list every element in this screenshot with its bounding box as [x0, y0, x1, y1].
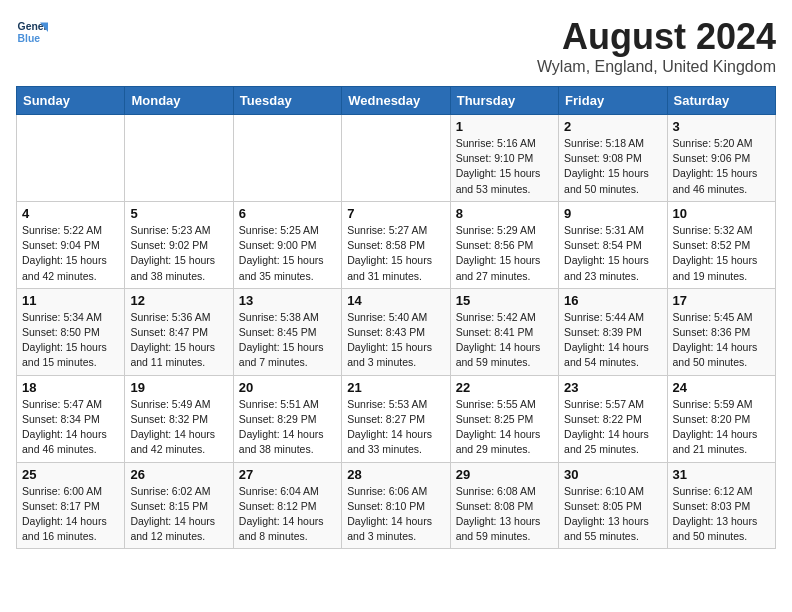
calendar-cell: 12Sunrise: 5:36 AM Sunset: 8:47 PM Dayli… — [125, 288, 233, 375]
day-info: Sunrise: 5:34 AM Sunset: 8:50 PM Dayligh… — [22, 310, 119, 371]
calendar-cell: 3Sunrise: 5:20 AM Sunset: 9:06 PM Daylig… — [667, 115, 775, 202]
day-info: Sunrise: 5:42 AM Sunset: 8:41 PM Dayligh… — [456, 310, 553, 371]
day-info: Sunrise: 5:18 AM Sunset: 9:08 PM Dayligh… — [564, 136, 661, 197]
calendar-cell: 1Sunrise: 5:16 AM Sunset: 9:10 PM Daylig… — [450, 115, 558, 202]
day-info: Sunrise: 5:36 AM Sunset: 8:47 PM Dayligh… — [130, 310, 227, 371]
day-number: 2 — [564, 119, 661, 134]
day-number: 16 — [564, 293, 661, 308]
day-number: 31 — [673, 467, 770, 482]
day-number: 28 — [347, 467, 444, 482]
calendar-cell: 23Sunrise: 5:57 AM Sunset: 8:22 PM Dayli… — [559, 375, 667, 462]
day-number: 24 — [673, 380, 770, 395]
day-info: Sunrise: 5:22 AM Sunset: 9:04 PM Dayligh… — [22, 223, 119, 284]
day-number: 29 — [456, 467, 553, 482]
calendar-cell: 25Sunrise: 6:00 AM Sunset: 8:17 PM Dayli… — [17, 462, 125, 549]
calendar-cell — [17, 115, 125, 202]
day-number: 22 — [456, 380, 553, 395]
weekday-header-row: SundayMondayTuesdayWednesdayThursdayFrid… — [17, 87, 776, 115]
day-info: Sunrise: 6:06 AM Sunset: 8:10 PM Dayligh… — [347, 484, 444, 545]
logo-icon: General Blue — [16, 16, 48, 48]
calendar-cell: 18Sunrise: 5:47 AM Sunset: 8:34 PM Dayli… — [17, 375, 125, 462]
day-info: Sunrise: 5:53 AM Sunset: 8:27 PM Dayligh… — [347, 397, 444, 458]
day-info: Sunrise: 5:49 AM Sunset: 8:32 PM Dayligh… — [130, 397, 227, 458]
day-number: 27 — [239, 467, 336, 482]
calendar-week-row: 4Sunrise: 5:22 AM Sunset: 9:04 PM Daylig… — [17, 201, 776, 288]
svg-text:Blue: Blue — [18, 33, 41, 44]
day-number: 6 — [239, 206, 336, 221]
day-number: 9 — [564, 206, 661, 221]
day-number: 18 — [22, 380, 119, 395]
day-info: Sunrise: 5:23 AM Sunset: 9:02 PM Dayligh… — [130, 223, 227, 284]
day-info: Sunrise: 5:29 AM Sunset: 8:56 PM Dayligh… — [456, 223, 553, 284]
title-block: August 2024 Wylam, England, United Kingd… — [537, 16, 776, 76]
day-number: 25 — [22, 467, 119, 482]
calendar-cell: 21Sunrise: 5:53 AM Sunset: 8:27 PM Dayli… — [342, 375, 450, 462]
weekday-header: Tuesday — [233, 87, 341, 115]
day-info: Sunrise: 5:27 AM Sunset: 8:58 PM Dayligh… — [347, 223, 444, 284]
day-number: 7 — [347, 206, 444, 221]
calendar-cell — [342, 115, 450, 202]
calendar-cell: 8Sunrise: 5:29 AM Sunset: 8:56 PM Daylig… — [450, 201, 558, 288]
day-number: 4 — [22, 206, 119, 221]
day-number: 5 — [130, 206, 227, 221]
day-info: Sunrise: 5:59 AM Sunset: 8:20 PM Dayligh… — [673, 397, 770, 458]
day-info: Sunrise: 5:16 AM Sunset: 9:10 PM Dayligh… — [456, 136, 553, 197]
day-number: 23 — [564, 380, 661, 395]
calendar-title: August 2024 — [537, 16, 776, 58]
day-info: Sunrise: 6:04 AM Sunset: 8:12 PM Dayligh… — [239, 484, 336, 545]
day-info: Sunrise: 5:32 AM Sunset: 8:52 PM Dayligh… — [673, 223, 770, 284]
day-number: 3 — [673, 119, 770, 134]
page-header: General Blue August 2024 Wylam, England,… — [16, 16, 776, 76]
day-info: Sunrise: 5:40 AM Sunset: 8:43 PM Dayligh… — [347, 310, 444, 371]
calendar-cell: 5Sunrise: 5:23 AM Sunset: 9:02 PM Daylig… — [125, 201, 233, 288]
day-number: 20 — [239, 380, 336, 395]
weekday-header: Saturday — [667, 87, 775, 115]
day-number: 12 — [130, 293, 227, 308]
day-number: 21 — [347, 380, 444, 395]
calendar-cell: 29Sunrise: 6:08 AM Sunset: 8:08 PM Dayli… — [450, 462, 558, 549]
weekday-header: Friday — [559, 87, 667, 115]
day-info: Sunrise: 6:12 AM Sunset: 8:03 PM Dayligh… — [673, 484, 770, 545]
day-number: 26 — [130, 467, 227, 482]
calendar-subtitle: Wylam, England, United Kingdom — [537, 58, 776, 76]
calendar-week-row: 25Sunrise: 6:00 AM Sunset: 8:17 PM Dayli… — [17, 462, 776, 549]
calendar-cell: 7Sunrise: 5:27 AM Sunset: 8:58 PM Daylig… — [342, 201, 450, 288]
calendar-week-row: 18Sunrise: 5:47 AM Sunset: 8:34 PM Dayli… — [17, 375, 776, 462]
calendar-cell: 19Sunrise: 5:49 AM Sunset: 8:32 PM Dayli… — [125, 375, 233, 462]
weekday-header: Sunday — [17, 87, 125, 115]
day-number: 8 — [456, 206, 553, 221]
day-number: 14 — [347, 293, 444, 308]
calendar-week-row: 11Sunrise: 5:34 AM Sunset: 8:50 PM Dayli… — [17, 288, 776, 375]
calendar-cell: 30Sunrise: 6:10 AM Sunset: 8:05 PM Dayli… — [559, 462, 667, 549]
day-info: Sunrise: 5:44 AM Sunset: 8:39 PM Dayligh… — [564, 310, 661, 371]
calendar-cell — [125, 115, 233, 202]
calendar-table: SundayMondayTuesdayWednesdayThursdayFrid… — [16, 86, 776, 549]
calendar-cell: 2Sunrise: 5:18 AM Sunset: 9:08 PM Daylig… — [559, 115, 667, 202]
day-info: Sunrise: 6:10 AM Sunset: 8:05 PM Dayligh… — [564, 484, 661, 545]
calendar-cell: 15Sunrise: 5:42 AM Sunset: 8:41 PM Dayli… — [450, 288, 558, 375]
day-number: 19 — [130, 380, 227, 395]
day-number: 11 — [22, 293, 119, 308]
calendar-cell: 4Sunrise: 5:22 AM Sunset: 9:04 PM Daylig… — [17, 201, 125, 288]
calendar-week-row: 1Sunrise: 5:16 AM Sunset: 9:10 PM Daylig… — [17, 115, 776, 202]
weekday-header: Thursday — [450, 87, 558, 115]
logo: General Blue — [16, 16, 48, 48]
calendar-cell: 28Sunrise: 6:06 AM Sunset: 8:10 PM Dayli… — [342, 462, 450, 549]
day-info: Sunrise: 6:02 AM Sunset: 8:15 PM Dayligh… — [130, 484, 227, 545]
calendar-cell: 16Sunrise: 5:44 AM Sunset: 8:39 PM Dayli… — [559, 288, 667, 375]
day-info: Sunrise: 5:25 AM Sunset: 9:00 PM Dayligh… — [239, 223, 336, 284]
calendar-cell: 31Sunrise: 6:12 AM Sunset: 8:03 PM Dayli… — [667, 462, 775, 549]
day-info: Sunrise: 5:57 AM Sunset: 8:22 PM Dayligh… — [564, 397, 661, 458]
calendar-cell: 27Sunrise: 6:04 AM Sunset: 8:12 PM Dayli… — [233, 462, 341, 549]
day-info: Sunrise: 6:00 AM Sunset: 8:17 PM Dayligh… — [22, 484, 119, 545]
day-number: 10 — [673, 206, 770, 221]
day-info: Sunrise: 6:08 AM Sunset: 8:08 PM Dayligh… — [456, 484, 553, 545]
calendar-cell: 14Sunrise: 5:40 AM Sunset: 8:43 PM Dayli… — [342, 288, 450, 375]
day-info: Sunrise: 5:51 AM Sunset: 8:29 PM Dayligh… — [239, 397, 336, 458]
weekday-header: Wednesday — [342, 87, 450, 115]
calendar-cell: 11Sunrise: 5:34 AM Sunset: 8:50 PM Dayli… — [17, 288, 125, 375]
day-info: Sunrise: 5:45 AM Sunset: 8:36 PM Dayligh… — [673, 310, 770, 371]
day-info: Sunrise: 5:31 AM Sunset: 8:54 PM Dayligh… — [564, 223, 661, 284]
day-info: Sunrise: 5:47 AM Sunset: 8:34 PM Dayligh… — [22, 397, 119, 458]
day-number: 15 — [456, 293, 553, 308]
